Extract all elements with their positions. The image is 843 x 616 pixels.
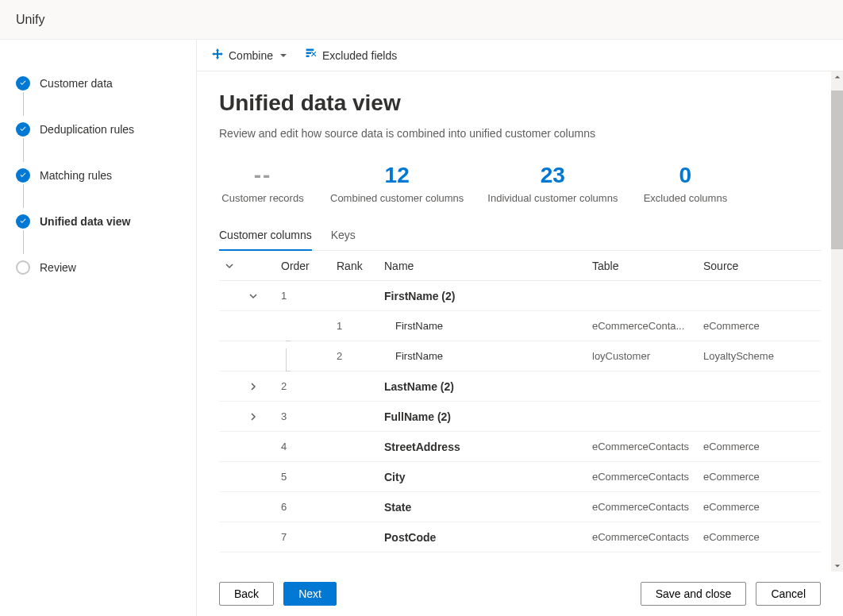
save-button[interactable]: Save and close (641, 582, 747, 606)
source-cell: eCommerce (703, 501, 814, 513)
scrollbar[interactable] (831, 71, 843, 572)
name-cell: City (384, 471, 592, 483)
order-cell: 5 (281, 471, 337, 483)
stat-value: -- (219, 162, 306, 189)
order-cell: 1 (281, 290, 337, 302)
tab-customer-columns[interactable]: Customer columns (219, 221, 312, 251)
name-cell: FullName (2) (384, 410, 592, 423)
table-row[interactable]: 6 State eCommerceContacts eCommerce (219, 492, 821, 522)
step-customer-data[interactable]: Customer data (16, 71, 183, 95)
name-cell: FirstName (384, 350, 592, 362)
stat-label: Excluded columns (641, 192, 729, 206)
cancel-button[interactable]: Cancel (756, 582, 821, 606)
scroll-up-icon[interactable] (831, 71, 843, 83)
col-name[interactable]: Name (384, 260, 592, 272)
order-cell: 7 (281, 531, 337, 543)
check-icon (16, 168, 30, 183)
stat-individual-columns: 23 Individual customer columns (487, 162, 618, 205)
step-label: Deduplication rules (40, 123, 134, 136)
source-cell: LoyaltyScheme (703, 350, 814, 362)
chevron-right-icon[interactable] (225, 383, 281, 391)
source-cell: eCommerce (703, 531, 814, 543)
combine-icon (211, 48, 224, 63)
stat-label: Customer records (219, 192, 306, 206)
stat-value: 23 (487, 162, 618, 189)
order-cell: 6 (281, 501, 337, 513)
stat-excluded-columns: 0 Excluded columns (641, 162, 729, 205)
circle-icon (16, 260, 30, 275)
step-label: Matching rules (40, 169, 112, 182)
scrollbar-thumb[interactable] (831, 90, 843, 249)
chevron-down-icon[interactable] (225, 260, 281, 272)
rank-cell: 2 (337, 350, 384, 362)
step-review[interactable]: Review (16, 256, 183, 279)
col-rank[interactable]: Rank (337, 260, 384, 272)
source-cell: eCommerce (703, 471, 814, 483)
col-order[interactable]: Order (281, 260, 337, 272)
main: Combine Excluded fields Unified data vie… (197, 40, 843, 616)
table-row[interactable]: 7 PostCode eCommerceContacts eCommerce (219, 522, 821, 552)
check-icon (16, 214, 30, 229)
name-cell: FirstName (2) (384, 290, 592, 302)
rank-cell: 1 (337, 320, 384, 332)
toolbar: Combine Excluded fields (197, 40, 843, 71)
stat-label: Combined customer columns (330, 192, 464, 206)
step-matching-rules[interactable]: Matching rules (16, 164, 183, 187)
next-button[interactable]: Next (283, 582, 337, 606)
step-deduplication-rules[interactable]: Deduplication rules (16, 117, 183, 141)
footer: Back Next Save and close Cancel (197, 572, 843, 616)
table-cell: eCommerceContacts (592, 531, 703, 543)
order-cell: 3 (281, 410, 337, 422)
stats: -- Customer records 12 Combined customer… (219, 162, 821, 205)
excluded-fields-button[interactable]: Excluded fields (303, 44, 398, 66)
combine-button[interactable]: Combine (210, 44, 289, 66)
table-row[interactable]: 3 FullName (2) (219, 402, 821, 432)
step-label: Customer data (40, 77, 113, 90)
name-cell: PostCode (384, 531, 592, 544)
back-button[interactable]: Back (219, 582, 274, 606)
order-cell: 4 (281, 441, 337, 452)
check-icon (16, 76, 30, 90)
chevron-down-icon (279, 49, 287, 62)
check-icon (16, 122, 30, 137)
stat-value: 12 (330, 162, 464, 189)
name-cell: State (384, 501, 592, 514)
name-cell: StreetAddress (384, 441, 592, 453)
content-area: Unified data view Review and edit how so… (197, 71, 843, 616)
stat-value: 0 (641, 162, 729, 189)
page-title: Unified data view (219, 90, 821, 116)
table-cell: eCommerceConta... (592, 320, 703, 332)
scroll-down-icon[interactable] (831, 560, 843, 572)
table-row[interactable]: 5 City eCommerceContacts eCommerce (219, 462, 821, 492)
stat-customer-records: -- Customer records (219, 162, 306, 205)
name-cell: LastName (2) (384, 380, 592, 393)
order-cell: 2 (281, 380, 337, 392)
step-unified-data-view[interactable]: Unified data view (16, 210, 183, 233)
chevron-right-icon[interactable] (225, 413, 281, 421)
col-source[interactable]: Source (703, 260, 814, 272)
source-cell: eCommerce (703, 320, 814, 332)
combine-label: Combine (229, 49, 273, 62)
name-cell: FirstName (384, 320, 592, 332)
step-label: Unified data view (40, 215, 130, 228)
table-row[interactable]: 2 LastName (2) (219, 372, 821, 402)
excluded-icon (305, 48, 318, 63)
app-title: Unify (16, 13, 44, 27)
sidebar: Customer data Deduplication rules Matchi… (0, 40, 197, 616)
stat-combined-columns: 12 Combined customer columns (330, 162, 464, 205)
chevron-down-icon[interactable] (225, 292, 281, 300)
step-label: Review (40, 261, 76, 274)
col-table[interactable]: Table (592, 260, 703, 272)
table-row[interactable]: 1 FirstName (2) (219, 281, 821, 311)
table-cell: eCommerceContacts (592, 501, 703, 513)
table-cell: loyCustomer (592, 350, 703, 362)
table-cell: eCommerceContacts (592, 441, 703, 452)
tabs: Customer columns Keys (219, 221, 821, 251)
header: Unify (0, 0, 843, 40)
page-subtitle: Review and edit how source data is combi… (219, 127, 821, 140)
table-row[interactable]: 4 StreetAddress eCommerceContacts eComme… (219, 432, 821, 462)
tab-keys[interactable]: Keys (331, 221, 356, 251)
table-row[interactable]: 1 FirstName eCommerceConta... eCommerce (219, 311, 821, 341)
table-cell: eCommerceContacts (592, 471, 703, 483)
table-row[interactable]: 2 FirstName loyCustomer LoyaltyScheme (219, 341, 821, 372)
